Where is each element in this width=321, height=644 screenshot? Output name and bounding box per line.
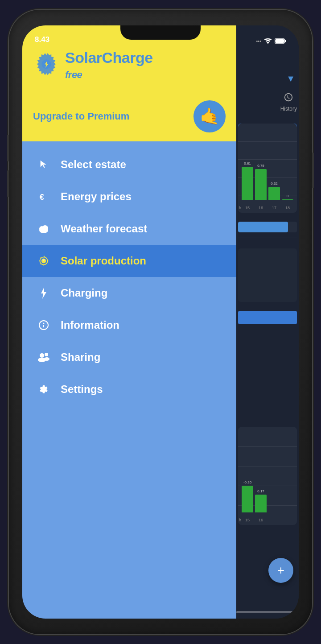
sidebar-item-energy-prices[interactable]: € Energy prices [22,181,236,213]
phone-screen: 8.43 ••• [22,25,299,619]
x-label-16: 16 [255,206,267,210]
app-logo-icon [33,52,60,78]
charging-label: Charging [61,287,107,299]
sidebar: SolarChargefree Upgrade to Premium 🤙 [22,25,236,619]
x-label-17: 17 [268,206,280,210]
cloud-icon [36,221,52,237]
screen-content: SolarChargefree Upgrade to Premium 🤙 [22,25,299,619]
fab-button[interactable]: + [268,558,293,583]
bar-bottom-value-1: -0.26 [243,480,251,484]
history-button[interactable]: History [280,92,297,112]
bar-value-2: 0.79 [257,164,264,168]
sidebar-nav: Select estate € Energy prices [22,141,236,619]
wifi-icon [264,38,272,44]
svg-point-17 [44,357,49,361]
avatar: 🤙 [193,100,226,132]
bar-group-1: 0.81 [242,161,253,200]
sidebar-item-solar-production[interactable]: Solar production [22,245,236,277]
information-label: Information [61,319,119,331]
svg-point-14 [40,353,44,358]
bar-bottom-2 [255,495,267,512]
brand-text: SolarChargefree [65,50,153,80]
home-indicator [236,611,299,613]
right-divider [238,238,297,238]
middle-progress-bar [238,311,297,324]
bar-group-3: 0.32 [268,182,280,200]
svg-point-15 [45,353,48,356]
euro-icon: € [36,189,52,205]
x-bottom-label-15: 15 [242,518,253,522]
bolt-icon [36,285,52,301]
sidebar-item-sharing[interactable]: Sharing [22,341,236,373]
progress-bar-fill [238,222,288,232]
power-button [312,153,314,188]
chart-bars-bottom: -0.26 0.17 [242,434,293,512]
brand-name: SolarChargefree [65,50,153,80]
status-icons: ••• [256,38,286,44]
bar-group-4: 0 [282,194,293,200]
users-icon [36,349,52,365]
bar-bottom-group-1: -0.26 [242,480,253,512]
chart-bars-top: 0.81 0.79 0.32 [242,131,293,200]
svg-point-0 [268,43,268,44]
dropdown-chevron-icon[interactable]: ▼ [286,74,295,84]
svg-point-8 [42,225,48,231]
sidebar-item-charging[interactable]: Charging [22,277,236,309]
middle-chart-area [238,248,297,302]
sidebar-item-weather-forecast[interactable]: Weather forecast [22,213,236,245]
upgrade-row[interactable]: Upgrade to Premium 🤙 [33,100,226,132]
svg-text:€: € [40,192,44,202]
svg-rect-3 [275,39,284,43]
svg-rect-2 [285,40,286,42]
notch [120,25,201,40]
bar-1 [242,167,253,200]
history-icon [284,92,293,105]
bar-3 [268,187,280,200]
chart-bottom-x-unit: h [239,518,241,522]
select-estate-label: Select estate [61,158,126,171]
solar-production-label: Solar production [61,255,146,267]
bar-bottom-1 [242,486,253,512]
progress-bar [238,222,297,232]
gear-icon [36,381,52,397]
sun-gear-icon [36,253,52,269]
status-time: 8.43 [35,35,49,44]
bar-2 [255,169,267,200]
fab-plus-icon: + [277,563,284,578]
right-panel: ▼ History [236,25,299,619]
bar-bottom-value-2: 0.17 [257,489,264,493]
volume-up-button [7,135,9,161]
sidebar-item-select-estate[interactable]: Select estate [22,149,236,181]
phone-frame: 8.43 ••• [9,10,312,634]
brand-sub: free [65,69,82,80]
sidebar-item-information[interactable]: Information [22,309,236,341]
info-circle-icon [36,317,52,333]
bar-bottom-group-2: 0.17 [255,489,267,512]
avatar-hand-icon: 🤙 [200,107,220,126]
chart-top: 0.81 0.79 0.32 [238,124,297,213]
chart-x-axis: 15 16 17 18 [242,206,293,210]
x-bottom-empty-2 [282,518,293,522]
sharing-label: Sharing [61,351,100,363]
chart-bottom-x-axis: 15 16 [242,518,293,522]
weather-forecast-label: Weather forecast [61,223,147,235]
app-brand: SolarChargefree [33,50,226,80]
bar-value-1: 0.81 [244,161,251,165]
settings-label: Settings [61,383,103,396]
bar-group-2: 0.79 [255,164,267,200]
chart-bottom: -0.26 0.17 15 16 [238,427,297,525]
x-bottom-empty-1 [268,518,280,522]
volume-down-button [7,170,9,197]
x-label-15: 15 [242,206,253,210]
bar-4 [282,199,293,200]
x-bottom-label-16: 16 [255,518,267,522]
battery-icon [275,38,286,44]
upgrade-label: Upgrade to Premium [33,111,129,122]
x-label-18: 18 [282,206,293,210]
bar-value-3: 0.32 [271,182,278,186]
signal-dots-icon: ••• [256,38,261,44]
history-label: History [280,106,297,112]
chart-top-x-unit: h [239,206,241,210]
cursor-icon [36,157,52,173]
sidebar-item-settings[interactable]: Settings [22,373,236,405]
